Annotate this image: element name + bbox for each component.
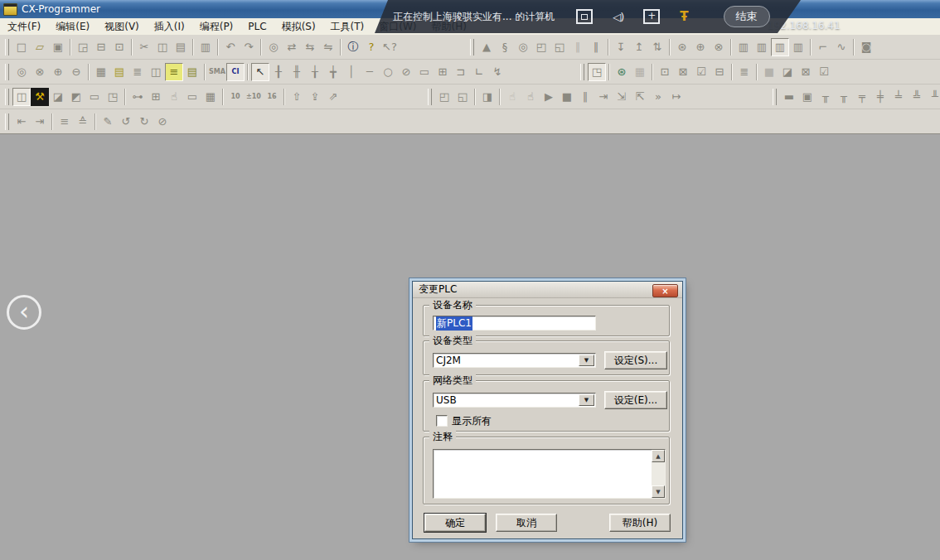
- copy-icon[interactable]: ◫: [153, 38, 172, 56]
- monitor-in-rung-icon[interactable]: ◫: [147, 63, 165, 81]
- volume-icon[interactable]: ◁): [613, 11, 623, 23]
- upload-from-plc-icon[interactable]: ↥: [630, 38, 648, 56]
- chevron-down-icon[interactable]: ▼: [579, 394, 594, 406]
- step-in-icon[interactable]: ⇲: [613, 88, 631, 106]
- window-select-icon[interactable]: +: [643, 9, 660, 24]
- dialog-title-bar[interactable]: 变更PLC ×: [413, 282, 682, 298]
- properties-icon[interactable]: ◳: [104, 88, 122, 106]
- local-symbols-icon[interactable]: ▤: [183, 63, 201, 81]
- previous-mark-icon[interactable]: ↺: [117, 113, 135, 131]
- download-to-plc-icon[interactable]: ↧: [612, 38, 630, 56]
- menu-item-6[interactable]: 模拟(S): [274, 18, 323, 36]
- compile-all-icon[interactable]: ▦: [631, 63, 649, 81]
- help-topics-icon[interactable]: ?: [362, 38, 380, 56]
- pause-scan-icon[interactable]: ☝: [503, 88, 521, 106]
- note-editor-icon[interactable]: ▭: [183, 88, 201, 106]
- find-replace-icon[interactable]: ⇄: [283, 38, 301, 56]
- force-status-window-icon[interactable]: ⊠: [797, 63, 815, 81]
- edit-stamp-icon[interactable]: ☝: [165, 88, 183, 106]
- run-mode-icon[interactable]: ⊗: [710, 38, 728, 56]
- horizontal-line-icon[interactable]: ─: [361, 63, 379, 81]
- scroll-up-icon[interactable]: ▲: [652, 450, 665, 462]
- monitor-mode-icon[interactable]: ⊕: [691, 38, 710, 56]
- online-edit-confirm-icon[interactable]: ☑: [692, 63, 710, 81]
- fb-invoke-icon[interactable]: ⊐: [452, 63, 470, 81]
- data-trace-icon[interactable]: ▥: [789, 38, 807, 56]
- cut-icon[interactable]: ✂: [135, 38, 153, 56]
- line-delete-icon[interactable]: ↯: [488, 63, 506, 81]
- toolbar-grip[interactable]: [580, 64, 584, 80]
- comment-scrollbar[interactable]: ▲ ▼: [652, 450, 665, 498]
- watch-sheet-icon[interactable]: ◪: [778, 63, 797, 81]
- force-cancel-icon[interactable]: ⇗: [324, 88, 342, 106]
- run-to-break-icon[interactable]: ↦: [667, 88, 686, 106]
- or-contact-open-icon[interactable]: ╁: [306, 63, 324, 81]
- toolbar-grip[interactable]: [773, 89, 777, 105]
- paste-clipboard-icon[interactable]: ▥: [196, 38, 215, 56]
- align-list-icon[interactable]: ≡: [56, 113, 74, 131]
- output-window-icon[interactable]: ⚒: [31, 88, 49, 106]
- monitor-signed-decimal-icon[interactable]: ±10: [245, 88, 263, 106]
- replace-symbols-icon[interactable]: ⇆: [301, 38, 319, 56]
- show-comments-icon[interactable]: ▤: [110, 63, 128, 81]
- find-icon[interactable]: ◎: [264, 38, 283, 56]
- instruction-icon[interactable]: ▭: [415, 63, 434, 81]
- sim-stop-icon[interactable]: ■: [558, 88, 576, 106]
- rail-2-icon[interactable]: ╪: [871, 88, 889, 106]
- toggle-grid-icon[interactable]: ▦: [92, 63, 110, 81]
- zoom-select-icon[interactable]: ⊗: [31, 63, 49, 81]
- work-online-icon[interactable]: ◰: [532, 38, 550, 56]
- menu-item-3[interactable]: 插入(I): [147, 18, 192, 36]
- toolbar-grip[interactable]: [5, 39, 9, 56]
- watch-window-icon[interactable]: ◩: [67, 88, 85, 106]
- indent-left-icon[interactable]: ⇤: [12, 113, 31, 131]
- coil-closed-icon[interactable]: ⊘: [397, 63, 415, 81]
- network-type-combobox[interactable]: USB ▼: [433, 393, 596, 408]
- device-settings-button[interactable]: 设定(S)...: [604, 351, 667, 369]
- simulator-transfer-icon[interactable]: ◱: [453, 88, 472, 106]
- simulator-window-icon[interactable]: ◰: [435, 88, 453, 106]
- open-project-icon[interactable]: ▱: [31, 38, 49, 56]
- io-table-icon[interactable]: ▥: [734, 38, 753, 56]
- mnemonic-view-icon[interactable]: SMA: [208, 63, 226, 81]
- function-block-icon[interactable]: ⊞: [434, 63, 452, 81]
- io-link-a-icon[interactable]: ╥: [816, 88, 835, 106]
- clear-marks-icon[interactable]: ⊘: [153, 113, 172, 131]
- network-settings-button[interactable]: 设定(E)...: [604, 391, 667, 409]
- set-value-icon[interactable]: ⇧: [288, 88, 306, 106]
- menu-item-1[interactable]: 编辑(E): [48, 18, 97, 36]
- address-grid-icon[interactable]: ▦: [201, 88, 220, 106]
- insert-rung-icon[interactable]: ⊶: [128, 88, 147, 106]
- project-tree-icon[interactable]: ◫: [12, 88, 31, 106]
- scroll-down-icon[interactable]: ▼: [652, 485, 665, 498]
- page-setup-icon[interactable]: ◲: [74, 38, 92, 56]
- vertical-line-icon[interactable]: │: [342, 63, 361, 81]
- monitor-hex-icon[interactable]: 16: [263, 88, 281, 106]
- rail-5-icon[interactable]: ╨: [926, 88, 940, 106]
- new-project-icon[interactable]: □: [12, 38, 31, 56]
- contact-closed-icon[interactable]: ╫: [288, 63, 306, 81]
- chevron-down-icon[interactable]: ▼: [579, 355, 594, 366]
- next-mark-icon[interactable]: ↻: [135, 113, 153, 131]
- or-contact-closed-icon[interactable]: ╈: [324, 63, 342, 81]
- plc-settings-icon[interactable]: ▥: [753, 38, 771, 56]
- save-project-icon[interactable]: ▣: [49, 38, 67, 56]
- io-monitor-icon[interactable]: ■: [760, 63, 778, 81]
- ok-button[interactable]: 确定: [424, 514, 486, 532]
- menu-item-2[interactable]: 视图(V): [97, 18, 147, 36]
- io-link-b-icon[interactable]: ╥: [835, 88, 853, 106]
- block-comment-icon[interactable]: ⊞: [147, 88, 165, 106]
- memory-view-icon[interactable]: ▥: [771, 38, 789, 56]
- undo-icon[interactable]: ↶: [221, 38, 240, 56]
- rail-3-icon[interactable]: ╧: [889, 88, 908, 106]
- program-check-icon[interactable]: ◳: [588, 63, 606, 81]
- zoom-in-icon[interactable]: ⊕: [49, 63, 67, 81]
- print-preview-icon[interactable]: ⊡: [110, 38, 128, 56]
- sim-play-icon[interactable]: ▶: [540, 88, 558, 106]
- end-session-button[interactable]: 结束: [724, 6, 770, 27]
- contact-open-icon[interactable]: ╂: [269, 63, 288, 81]
- continuous-step-icon[interactable]: »: [649, 88, 667, 106]
- menu-item-5[interactable]: PLC: [240, 19, 274, 34]
- simulator-mode-icon[interactable]: ◨: [478, 88, 497, 106]
- device-name-input[interactable]: 新PLC1: [433, 316, 596, 331]
